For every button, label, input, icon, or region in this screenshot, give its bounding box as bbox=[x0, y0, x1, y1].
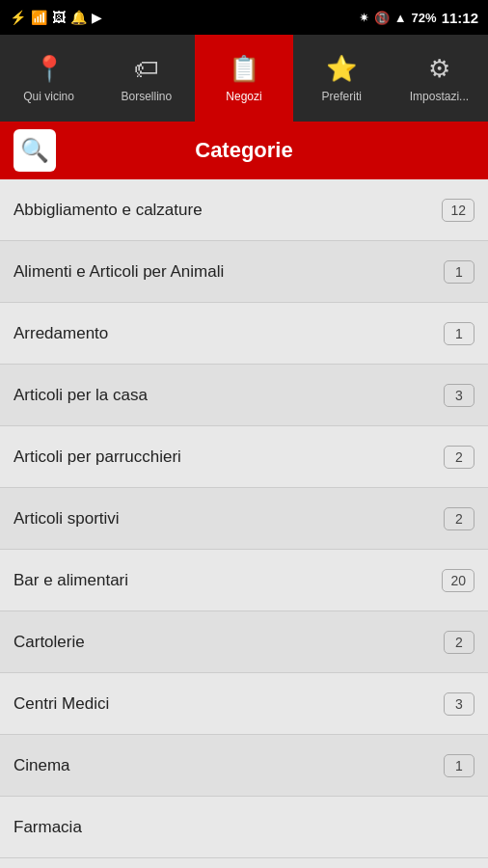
signal-icon: 📵 bbox=[374, 11, 390, 25]
list-item[interactable]: Alimenti e Articoli per Animali1 bbox=[0, 241, 488, 303]
category-name: Farmacia bbox=[14, 818, 82, 837]
category-name: Alimenti e Articoli per Animali bbox=[14, 262, 224, 282]
location-icon: 📍 bbox=[34, 54, 65, 84]
tab-negozi[interactable]: 📋 Negozi bbox=[195, 35, 292, 122]
search-icon: 🔍 bbox=[20, 137, 49, 164]
camera-icon: 🖼 bbox=[52, 10, 66, 25]
category-name: Articoli per la casa bbox=[14, 386, 148, 405]
search-button[interactable]: 🔍 bbox=[14, 129, 56, 172]
list-item[interactable]: Farmacia bbox=[0, 797, 488, 858]
notification-icon: 🔔 bbox=[70, 10, 87, 25]
tab-preferiti[interactable]: ⭐ Preferiti bbox=[293, 35, 391, 122]
tab-qui-vicino[interactable]: 📍 Qui vicino bbox=[0, 35, 97, 122]
status-right-icons: ✴ 📵 ▲ 72% 11:12 bbox=[359, 10, 478, 26]
tab-negozi-label: Negozi bbox=[226, 90, 261, 103]
category-name: Articoli per parrucchieri bbox=[14, 448, 181, 467]
tab-borsellino-label: Borsellino bbox=[121, 90, 172, 103]
star-icon: ⭐ bbox=[326, 54, 357, 84]
category-count: 1 bbox=[444, 754, 474, 777]
category-count: 3 bbox=[444, 692, 474, 716]
gear-icon: ⚙ bbox=[428, 54, 450, 84]
usb-icon: ⚡ bbox=[10, 10, 26, 25]
category-count: 2 bbox=[444, 507, 474, 530]
tab-qui-vicino-label: Qui vicino bbox=[23, 90, 74, 103]
list-item[interactable]: Bar e alimentari20 bbox=[0, 550, 488, 611]
category-count: 2 bbox=[444, 446, 474, 469]
bluetooth-icon: ✴ bbox=[359, 11, 369, 25]
network-icon: ▲ bbox=[394, 11, 407, 25]
tab-preferiti-label: Preferiti bbox=[322, 90, 362, 103]
wifi-icon: 📶 bbox=[31, 10, 47, 25]
list-item[interactable]: Arredamento1 bbox=[0, 303, 488, 365]
list-item[interactable]: Cartolerie2 bbox=[0, 611, 488, 673]
list-item[interactable]: Articoli sportivi2 bbox=[0, 488, 488, 550]
list-item[interactable]: Articoli per la casa3 bbox=[0, 365, 488, 426]
category-count: 3 bbox=[444, 384, 474, 407]
list-item[interactable]: Abbigliamento e calzature12 bbox=[0, 179, 488, 241]
list-item[interactable]: Articoli per parrucchieri2 bbox=[0, 426, 488, 488]
category-name: Cartolerie bbox=[14, 633, 85, 652]
category-name: Abbigliamento e calzature bbox=[14, 201, 203, 220]
header-bar: 🔍 Categorie bbox=[0, 122, 488, 179]
category-name: Bar e alimentari bbox=[14, 571, 128, 590]
category-count: 1 bbox=[444, 260, 474, 284]
status-left-icons: ⚡ 📶 🖼 🔔 ▶ bbox=[10, 10, 102, 25]
category-name: Articoli sportivi bbox=[14, 509, 120, 529]
category-count: 2 bbox=[444, 631, 474, 654]
category-count: 1 bbox=[444, 322, 474, 345]
document-icon: 📋 bbox=[229, 54, 259, 84]
category-count: 20 bbox=[442, 569, 474, 592]
tab-borsellino[interactable]: 🏷 Borsellino bbox=[97, 35, 195, 122]
battery-level: 72% bbox=[412, 11, 437, 25]
time-display: 11:12 bbox=[442, 10, 478, 26]
nav-tabs: 📍 Qui vicino 🏷 Borsellino 📋 Negozi ⭐ Pre… bbox=[0, 35, 488, 122]
category-name: Centri Medici bbox=[14, 694, 109, 714]
status-bar: ⚡ 📶 🖼 🔔 ▶ ✴ 📵 ▲ 72% 11:12 bbox=[0, 0, 488, 35]
list-item[interactable]: Cinema1 bbox=[0, 735, 488, 797]
category-count: 12 bbox=[442, 199, 474, 222]
play-icon: ▶ bbox=[92, 10, 102, 25]
category-name: Arredamento bbox=[14, 324, 108, 343]
list-item[interactable]: Centri Medici3 bbox=[0, 673, 488, 735]
tag-icon: 🏷 bbox=[134, 54, 159, 84]
category-name: Cinema bbox=[14, 756, 70, 775]
category-list: Abbigliamento e calzature12Alimenti e Ar… bbox=[0, 179, 488, 868]
tab-impostazioni[interactable]: ⚙ Impostazi... bbox=[391, 35, 488, 122]
page-title: Categorie bbox=[69, 138, 419, 163]
tab-impostazioni-label: Impostazi... bbox=[410, 90, 469, 103]
